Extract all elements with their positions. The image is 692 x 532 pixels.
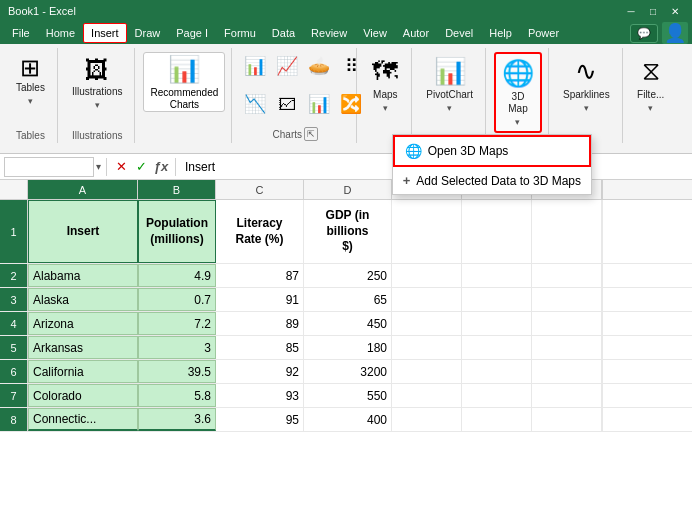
cell-d8[interactable]: 400 [304,408,392,431]
stats-chart-button[interactable]: 🗠 [272,91,302,118]
cell-a8[interactable]: Connectic... [28,408,138,431]
cell-a6[interactable]: California [28,360,138,383]
charts-expand-icon[interactable]: ⇱ [304,127,318,141]
area-chart-button[interactable]: 📊 [304,90,334,118]
cell-d4[interactable]: 450 [304,312,392,335]
account-button[interactable]: 👤 [662,22,688,44]
cell-e5[interactable] [392,336,462,359]
cell-g3[interactable] [532,288,602,311]
cell-f4[interactable] [462,312,532,335]
tables-button[interactable]: ⊞ Tables ▾ [10,52,51,108]
cell-f7[interactable] [462,384,532,407]
cell-b2[interactable]: 4.9 [138,264,216,287]
cell-e8[interactable] [392,408,462,431]
recommended-charts-button[interactable]: 📊 RecommendedCharts [143,52,225,112]
hierarchy-chart-button[interactable]: 📉 [240,90,270,118]
confirm-formula-button[interactable]: ✓ [132,158,150,176]
cell-c8[interactable]: 95 [216,408,304,431]
name-box-caret[interactable]: ▾ [96,161,101,172]
cell-c1[interactable]: LiteracyRate (%) [216,200,304,263]
menu-item-file[interactable]: File [4,23,38,43]
illustrations-button[interactable]: 🖼 Illustrations ▾ [66,52,129,112]
cell-b1[interactable]: Population(millions) [138,200,216,263]
cell-e7[interactable] [392,384,462,407]
menu-item-devel[interactable]: Devel [437,23,481,43]
cell-g5[interactable] [532,336,602,359]
cell-c4[interactable]: 89 [216,312,304,335]
col-header-c[interactable]: C [216,180,304,199]
cell-g8[interactable] [532,408,602,431]
maximize-button[interactable]: □ [644,3,662,19]
menu-item-view[interactable]: View [355,23,395,43]
menu-item-data[interactable]: Data [264,23,303,43]
cell-d3[interactable]: 65 [304,288,392,311]
menu-item-home[interactable]: Home [38,23,83,43]
cell-g1[interactable] [532,200,602,263]
cell-d6[interactable]: 3200 [304,360,392,383]
cell-f5[interactable] [462,336,532,359]
close-button[interactable]: ✕ [666,3,684,19]
cell-g7[interactable] [532,384,602,407]
cell-e2[interactable] [392,264,462,287]
filters-button[interactable]: ⧖ Filte... ▾ [631,52,671,115]
cell-b5[interactable]: 3 [138,336,216,359]
cell-f6[interactable] [462,360,532,383]
cell-f2[interactable] [462,264,532,287]
open-3d-maps-item[interactable]: 🌐 Open 3D Maps [393,135,591,167]
cell-g4[interactable] [532,312,602,335]
bar-chart-button[interactable]: 📊 [240,52,270,80]
cell-b6[interactable]: 39.5 [138,360,216,383]
threedmap-button[interactable]: 🌐 3DMap ▾ [494,52,542,133]
menu-item-review[interactable]: Review [303,23,355,43]
cell-e6[interactable] [392,360,462,383]
menu-item-help[interactable]: Help [481,23,520,43]
function-button[interactable]: ƒx [152,158,170,176]
cell-c5[interactable]: 85 [216,336,304,359]
comment-button[interactable]: 💬 [630,24,658,43]
line-chart-button[interactable]: 📈 [272,52,302,80]
cell-d1[interactable]: GDP (inbillions$) [304,200,392,263]
cell-f3[interactable] [462,288,532,311]
name-box[interactable] [4,157,94,177]
cell-b3[interactable]: 0.7 [138,288,216,311]
col-header-b[interactable]: B [138,180,216,199]
cell-c6[interactable]: 92 [216,360,304,383]
menu-item-draw[interactable]: Draw [127,23,169,43]
cell-a3[interactable]: Alaska [28,288,138,311]
cell-g6[interactable] [532,360,602,383]
cell-e3[interactable] [392,288,462,311]
menu-item-pagei[interactable]: Page I [168,23,216,43]
sparklines-button[interactable]: ∿ Sparklines ▾ [557,52,616,115]
pivotchart-button[interactable]: 📊 PivotChart ▾ [420,52,479,115]
col-header-d[interactable]: D [304,180,392,199]
minimize-button[interactable]: ─ [622,3,640,19]
cell-d7[interactable]: 550 [304,384,392,407]
pie-chart-button[interactable]: 🥧 [304,52,334,80]
cell-f8[interactable] [462,408,532,431]
menu-item-insert[interactable]: Insert [83,23,127,43]
cell-b7[interactable]: 5.8 [138,384,216,407]
col-header-a[interactable]: A [28,180,138,199]
cell-e1[interactable] [392,200,462,263]
cell-e4[interactable] [392,312,462,335]
cell-a7[interactable]: Colorado [28,384,138,407]
add-selected-data-item[interactable]: + Add Selected Data to 3D Maps [393,167,591,194]
cell-a4[interactable]: Arizona [28,312,138,335]
cell-a5[interactable]: Arkansas [28,336,138,359]
cell-c7[interactable]: 93 [216,384,304,407]
menu-item-power[interactable]: Power [520,23,567,43]
menu-item-autor[interactable]: Autor [395,23,437,43]
cell-d2[interactable]: 250 [304,264,392,287]
cell-d5[interactable]: 180 [304,336,392,359]
cell-c3[interactable]: 91 [216,288,304,311]
cancel-formula-button[interactable]: ✕ [112,158,130,176]
cell-a2[interactable]: Alabama [28,264,138,287]
cell-g2[interactable] [532,264,602,287]
cell-a1[interactable]: Insert [28,200,138,263]
cell-b4[interactable]: 7.2 [138,312,216,335]
menu-item-formu[interactable]: Formu [216,23,264,43]
maps-button[interactable]: 🗺 Maps ▾ [365,52,405,115]
cell-b8[interactable]: 3.6 [138,408,216,431]
cell-f1[interactable] [462,200,532,263]
cell-c2[interactable]: 87 [216,264,304,287]
